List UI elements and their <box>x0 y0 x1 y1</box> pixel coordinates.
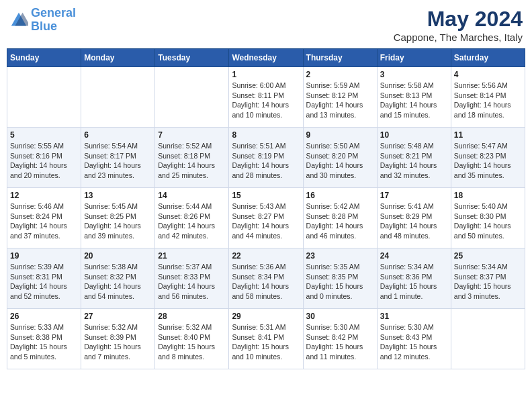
day-info: Sunrise: 5:41 AM Sunset: 8:29 PM Dayligh… <box>380 201 448 241</box>
day-number: 14 <box>158 191 226 200</box>
col-tuesday: Tuesday <box>155 49 229 67</box>
logo: General Blue <box>9 7 76 34</box>
day-info: Sunrise: 5:46 AM Sunset: 8:24 PM Dayligh… <box>10 201 78 241</box>
calendar-body: 1Sunrise: 6:00 AM Sunset: 8:11 PM Daylig… <box>7 67 525 369</box>
calendar-cell: 17Sunrise: 5:41 AM Sunset: 8:29 PM Dayli… <box>377 188 451 248</box>
day-info: Sunrise: 5:34 AM Sunset: 8:37 PM Dayligh… <box>454 262 522 302</box>
day-info: Sunrise: 6:00 AM Sunset: 8:11 PM Dayligh… <box>232 81 300 120</box>
day-number: 3 <box>380 70 448 79</box>
calendar-cell: 7Sunrise: 5:52 AM Sunset: 8:18 PM Daylig… <box>155 128 229 188</box>
calendar-cell: 6Sunrise: 5:54 AM Sunset: 8:17 PM Daylig… <box>81 128 155 188</box>
day-number: 26 <box>10 312 78 321</box>
day-info: Sunrise: 5:34 AM Sunset: 8:36 PM Dayligh… <box>380 262 448 302</box>
calendar-cell: 4Sunrise: 5:56 AM Sunset: 8:14 PM Daylig… <box>451 67 525 128</box>
day-info: Sunrise: 5:33 AM Sunset: 8:38 PM Dayligh… <box>10 322 78 362</box>
calendar-week-row: 26Sunrise: 5:33 AM Sunset: 8:38 PM Dayli… <box>7 309 525 369</box>
col-saturday: Saturday <box>451 49 525 67</box>
logo-icon <box>9 11 28 30</box>
day-info: Sunrise: 5:59 AM Sunset: 8:12 PM Dayligh… <box>306 81 374 120</box>
calendar-cell: 20Sunrise: 5:38 AM Sunset: 8:32 PM Dayli… <box>81 248 155 309</box>
calendar-cell: 9Sunrise: 5:50 AM Sunset: 8:20 PM Daylig… <box>303 128 377 188</box>
day-number: 23 <box>306 251 374 261</box>
day-number: 10 <box>380 130 448 140</box>
day-number: 29 <box>232 312 300 321</box>
day-info: Sunrise: 5:39 AM Sunset: 8:31 PM Dayligh… <box>10 262 78 302</box>
day-number: 15 <box>232 191 300 200</box>
calendar-cell: 30Sunrise: 5:30 AM Sunset: 8:42 PM Dayli… <box>303 309 377 369</box>
day-number: 4 <box>454 70 522 79</box>
calendar-cell: 19Sunrise: 5:39 AM Sunset: 8:31 PM Dayli… <box>7 248 81 309</box>
day-info: Sunrise: 5:30 AM Sunset: 8:42 PM Dayligh… <box>306 322 374 362</box>
calendar-cell: 24Sunrise: 5:34 AM Sunset: 8:36 PM Dayli… <box>377 248 451 309</box>
day-info: Sunrise: 5:54 AM Sunset: 8:17 PM Dayligh… <box>84 141 152 181</box>
calendar-cell: 2Sunrise: 5:59 AM Sunset: 8:12 PM Daylig… <box>303 67 377 128</box>
calendar-cell: 5Sunrise: 5:55 AM Sunset: 8:16 PM Daylig… <box>7 128 81 188</box>
day-info: Sunrise: 5:36 AM Sunset: 8:34 PM Dayligh… <box>232 262 300 302</box>
calendar-cell <box>451 309 525 369</box>
day-info: Sunrise: 5:50 AM Sunset: 8:20 PM Dayligh… <box>306 141 374 181</box>
col-wednesday: Wednesday <box>229 49 303 67</box>
day-info: Sunrise: 5:35 AM Sunset: 8:35 PM Dayligh… <box>306 262 374 302</box>
day-info: Sunrise: 5:30 AM Sunset: 8:43 PM Dayligh… <box>380 322 448 362</box>
calendar-cell: 1Sunrise: 6:00 AM Sunset: 8:11 PM Daylig… <box>229 67 303 128</box>
col-thursday: Thursday <box>303 49 377 67</box>
calendar-cell: 27Sunrise: 5:32 AM Sunset: 8:39 PM Dayli… <box>81 309 155 369</box>
day-info: Sunrise: 5:40 AM Sunset: 8:30 PM Dayligh… <box>454 201 522 241</box>
day-info: Sunrise: 5:37 AM Sunset: 8:33 PM Dayligh… <box>158 262 226 302</box>
calendar-cell <box>81 67 155 128</box>
day-number: 6 <box>84 130 152 140</box>
day-number: 19 <box>10 251 78 261</box>
calendar-cell: 14Sunrise: 5:44 AM Sunset: 8:26 PM Dayli… <box>155 188 229 248</box>
day-info: Sunrise: 5:51 AM Sunset: 8:19 PM Dayligh… <box>232 141 300 181</box>
calendar-cell: 11Sunrise: 5:47 AM Sunset: 8:23 PM Dayli… <box>451 128 525 188</box>
day-number: 13 <box>84 191 152 200</box>
day-info: Sunrise: 5:42 AM Sunset: 8:28 PM Dayligh… <box>306 201 374 241</box>
calendar-cell: 25Sunrise: 5:34 AM Sunset: 8:37 PM Dayli… <box>451 248 525 309</box>
day-number: 22 <box>232 251 300 261</box>
col-monday: Monday <box>81 49 155 67</box>
calendar-cell: 23Sunrise: 5:35 AM Sunset: 8:35 PM Dayli… <box>303 248 377 309</box>
calendar-cell: 21Sunrise: 5:37 AM Sunset: 8:33 PM Dayli… <box>155 248 229 309</box>
calendar-week-row: 12Sunrise: 5:46 AM Sunset: 8:24 PM Dayli… <box>7 188 525 248</box>
calendar-cell: 16Sunrise: 5:42 AM Sunset: 8:28 PM Dayli… <box>303 188 377 248</box>
day-info: Sunrise: 5:38 AM Sunset: 8:32 PM Dayligh… <box>84 262 152 302</box>
calendar-cell: 8Sunrise: 5:51 AM Sunset: 8:19 PM Daylig… <box>229 128 303 188</box>
day-number: 21 <box>158 251 226 261</box>
calendar-cell: 15Sunrise: 5:43 AM Sunset: 8:27 PM Dayli… <box>229 188 303 248</box>
day-number: 31 <box>380 312 448 321</box>
logo-text: General Blue <box>31 7 76 34</box>
calendar-cell: 18Sunrise: 5:40 AM Sunset: 8:30 PM Dayli… <box>451 188 525 248</box>
calendar-cell: 12Sunrise: 5:46 AM Sunset: 8:24 PM Dayli… <box>7 188 81 248</box>
calendar-cell <box>7 67 81 128</box>
day-number: 18 <box>454 191 522 200</box>
calendar-week-row: 19Sunrise: 5:39 AM Sunset: 8:31 PM Dayli… <box>7 248 525 309</box>
calendar-cell: 26Sunrise: 5:33 AM Sunset: 8:38 PM Dayli… <box>7 309 81 369</box>
day-info: Sunrise: 5:31 AM Sunset: 8:41 PM Dayligh… <box>232 322 300 362</box>
day-info: Sunrise: 5:47 AM Sunset: 8:23 PM Dayligh… <box>454 141 522 181</box>
day-info: Sunrise: 5:43 AM Sunset: 8:27 PM Dayligh… <box>232 201 300 241</box>
calendar-cell: 29Sunrise: 5:31 AM Sunset: 8:41 PM Dayli… <box>229 309 303 369</box>
day-info: Sunrise: 5:32 AM Sunset: 8:39 PM Dayligh… <box>84 322 152 362</box>
col-sunday: Sunday <box>7 49 81 67</box>
day-number: 20 <box>84 251 152 261</box>
location-title: Cappone, The Marches, Italy <box>394 32 523 43</box>
day-number: 30 <box>306 312 374 321</box>
calendar-cell: 3Sunrise: 5:58 AM Sunset: 8:13 PM Daylig… <box>377 67 451 128</box>
day-number: 11 <box>454 130 522 140</box>
calendar-cell: 28Sunrise: 5:32 AM Sunset: 8:40 PM Dayli… <box>155 309 229 369</box>
day-number: 17 <box>380 191 448 200</box>
calendar-table: Sunday Monday Tuesday Wednesday Thursday… <box>7 48 525 369</box>
calendar-week-row: 1Sunrise: 6:00 AM Sunset: 8:11 PM Daylig… <box>7 67 525 128</box>
calendar-week-row: 5Sunrise: 5:55 AM Sunset: 8:16 PM Daylig… <box>7 128 525 188</box>
day-number: 25 <box>454 251 522 261</box>
day-number: 28 <box>158 312 226 321</box>
day-info: Sunrise: 5:55 AM Sunset: 8:16 PM Dayligh… <box>10 141 78 181</box>
calendar-header: Sunday Monday Tuesday Wednesday Thursday… <box>7 49 525 67</box>
day-number: 9 <box>306 130 374 140</box>
weekday-row: Sunday Monday Tuesday Wednesday Thursday… <box>7 49 525 67</box>
calendar-cell: 13Sunrise: 5:45 AM Sunset: 8:25 PM Dayli… <box>81 188 155 248</box>
day-info: Sunrise: 5:58 AM Sunset: 8:13 PM Dayligh… <box>380 81 448 120</box>
calendar-cell: 10Sunrise: 5:48 AM Sunset: 8:21 PM Dayli… <box>377 128 451 188</box>
day-info: Sunrise: 5:48 AM Sunset: 8:21 PM Dayligh… <box>380 141 448 181</box>
calendar-cell <box>155 67 229 128</box>
